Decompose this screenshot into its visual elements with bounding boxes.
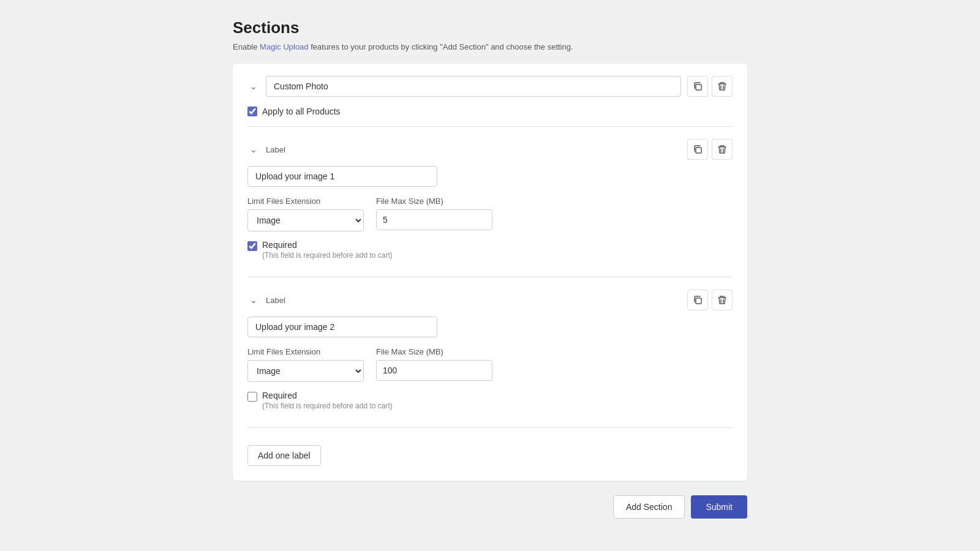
label-2-fields-row: Limit Files Extension Image PDF Any File… xyxy=(247,347,733,382)
label-2-size-group: File Max Size (MB) MB xyxy=(376,347,492,382)
apply-checkbox[interactable] xyxy=(247,107,257,116)
label-2-size-label: File Max Size (MB) xyxy=(376,347,492,356)
label-1-required-label: Required xyxy=(262,240,393,250)
label-1-size-input[interactable] xyxy=(377,210,492,230)
label-2-delete-button[interactable] xyxy=(712,290,733,310)
label-1-size-wrapper: MB xyxy=(376,209,492,230)
label-2-collapse-button[interactable]: ⌄ xyxy=(247,294,260,306)
add-label-button[interactable]: Add one label xyxy=(247,445,321,466)
label-1-copy-button[interactable] xyxy=(687,139,708,160)
page-title: Sections xyxy=(233,18,747,37)
apply-row: Apply to all Products xyxy=(247,107,733,116)
label-1-input[interactable] xyxy=(247,166,437,187)
label-2-icon-buttons xyxy=(687,290,733,310)
sections-card: ⌄ Apply to all Products xyxy=(233,64,747,481)
label-1-required-text: Required (This field is required before … xyxy=(262,240,393,260)
label-1-title: Label xyxy=(266,145,285,154)
svg-rect-1 xyxy=(696,148,701,153)
label-2-input[interactable] xyxy=(247,317,437,337)
label-2-size-wrapper: MB xyxy=(376,360,492,381)
section-collapse-button[interactable]: ⌄ xyxy=(247,80,260,92)
label-block-2: ⌄ Label xyxy=(247,290,733,420)
label-1-header-row: ⌄ Label xyxy=(247,139,733,160)
trash-icon xyxy=(717,144,727,154)
label-1-collapse-button[interactable]: ⌄ xyxy=(247,143,260,156)
apply-label: Apply to all Products xyxy=(262,107,341,116)
label-1-left: ⌄ Label xyxy=(247,143,285,156)
label-1-extension-group: Limit Files Extension Image PDF Any xyxy=(247,197,364,231)
copy-icon xyxy=(693,81,703,91)
copy-icon xyxy=(693,144,703,154)
label-2-left: ⌄ Label xyxy=(247,294,285,306)
label-1-required-hint: (This field is required before add to ca… xyxy=(262,251,393,260)
page-subtitle: Enable Magic Upload features to your pro… xyxy=(233,42,747,51)
section-name-input[interactable] xyxy=(266,76,681,97)
label-1-extension-label: Limit Files Extension xyxy=(247,197,364,206)
label-2-title: Label xyxy=(266,296,285,305)
label-1-icon-buttons xyxy=(687,139,733,160)
label-1-required-row: Required (This field is required before … xyxy=(247,240,733,260)
label-2-required-row: Required (This field is required before … xyxy=(247,391,733,410)
footer: Add Section Submit xyxy=(233,495,747,519)
section-copy-button[interactable] xyxy=(687,76,708,97)
label-1-size-group: File Max Size (MB) MB xyxy=(376,197,492,231)
label-2-required-checkbox[interactable] xyxy=(247,392,257,402)
label-2-header-row: ⌄ Label xyxy=(247,290,733,310)
label-2-extension-label: Limit Files Extension xyxy=(247,347,364,356)
trash-icon xyxy=(717,295,727,305)
divider-3 xyxy=(247,427,733,428)
section-icon-buttons xyxy=(687,76,733,97)
label-2-copy-button[interactable] xyxy=(687,290,708,310)
label-block-1: ⌄ Label xyxy=(247,139,733,269)
label-2-extension-select[interactable]: Image PDF Any xyxy=(247,360,364,382)
label-2-required-hint: (This field is required before add to ca… xyxy=(262,402,393,410)
label-1-extension-select[interactable]: Image PDF Any xyxy=(247,209,364,231)
label-2-required-label: Required xyxy=(262,391,393,400)
submit-button[interactable]: Submit xyxy=(691,495,747,519)
label-1-size-label: File Max Size (MB) xyxy=(376,197,492,206)
label-1-required-checkbox[interactable] xyxy=(247,241,257,251)
label-2-required-text: Required (This field is required before … xyxy=(262,391,393,410)
magic-upload-link[interactable]: Magic Upload xyxy=(260,42,309,51)
divider-1 xyxy=(247,126,733,127)
add-section-button[interactable]: Add Section xyxy=(613,495,685,519)
section-header: ⌄ xyxy=(247,76,733,97)
svg-rect-0 xyxy=(696,84,701,90)
divider-2 xyxy=(247,277,733,277)
label-1-fields-row: Limit Files Extension Image PDF Any File… xyxy=(247,197,733,231)
section-delete-button[interactable] xyxy=(712,76,733,97)
label-2-extension-group: Limit Files Extension Image PDF Any xyxy=(247,347,364,382)
label-2-size-input[interactable] xyxy=(377,361,492,380)
label-1-delete-button[interactable] xyxy=(712,139,733,160)
trash-icon xyxy=(717,81,727,91)
svg-rect-2 xyxy=(696,298,701,304)
copy-icon xyxy=(693,295,703,305)
